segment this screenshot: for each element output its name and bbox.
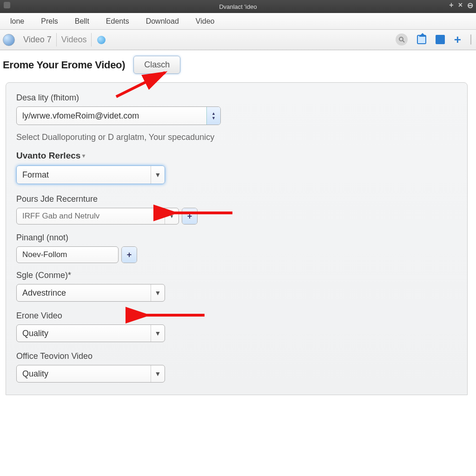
- recenture-label: Pours Jde Recernture: [16, 194, 457, 204]
- menu-video[interactable]: Video: [187, 14, 223, 28]
- plus-icon: +: [182, 208, 197, 224]
- chevron-down-icon: ▼: [151, 325, 165, 342]
- menu-edents[interactable]: Edents: [98, 14, 138, 28]
- page-title: Erome Your Erome Video): [3, 59, 125, 71]
- app-icon: [4, 2, 10, 8]
- chevron-down-icon: ▼: [151, 284, 165, 301]
- tab-video[interactable]: Video 7: [19, 33, 57, 46]
- sgle-value: Advestrince: [17, 284, 151, 301]
- pinang-value: Noev-Follom: [17, 247, 118, 263]
- format-select[interactable]: Format ▼: [16, 165, 165, 184]
- url-label: Desa lity (fhitom): [16, 93, 457, 103]
- erone-select[interactable]: Quality ▼: [16, 324, 165, 342]
- recenture-select[interactable]: IRFF Gab and Netrulv ▼: [16, 208, 179, 225]
- refresh-icon[interactable]: [97, 36, 106, 44]
- office-value: Quality: [17, 365, 151, 382]
- chevron-down-icon: ▼: [151, 365, 165, 382]
- window-close-icon[interactable]: ⊖: [467, 1, 473, 10]
- helper-text: Select Dualloporuting or D arglatm, Your…: [16, 132, 457, 142]
- chevron-down-icon: ▼: [165, 208, 178, 224]
- home-icon[interactable]: [417, 35, 426, 44]
- window-title: Dvanlact 'ideo: [219, 3, 257, 10]
- pinang-label: Pinangl (nnot): [16, 233, 457, 243]
- section-label: Uvanto Rerlecs ▾: [16, 151, 457, 161]
- office-select[interactable]: Quality ▼: [16, 365, 165, 383]
- menubar: lone Prels Bellt Edents Download Video: [0, 13, 476, 30]
- erone-value: Quality: [17, 325, 151, 342]
- menu-lone[interactable]: lone: [2, 14, 33, 28]
- chevron-down-icon: ▾: [82, 152, 85, 159]
- clasch-button[interactable]: Clasch: [133, 56, 180, 74]
- window-maximize-icon[interactable]: ×: [458, 1, 463, 10]
- settings-panel: Desa lity (fhitom) ly/wrwe.vfomeRoim@vid…: [6, 82, 468, 395]
- pinang-add-button[interactable]: +: [121, 246, 137, 263]
- search-icon[interactable]: [396, 33, 408, 46]
- chevron-down-icon: ▼: [151, 166, 165, 184]
- menu-download[interactable]: Download: [138, 14, 187, 28]
- url-input[interactable]: ly/wrwe.vfomeRoim@videt.com ▲▼: [16, 106, 221, 125]
- svg-line-1: [403, 40, 404, 42]
- recenture-add-button[interactable]: +: [182, 208, 198, 225]
- plus-icon: +: [122, 247, 137, 263]
- tabbar: Video 7 Videos +: [0, 30, 476, 50]
- divider: [470, 34, 471, 45]
- window-minimize-icon[interactable]: +: [449, 1, 453, 10]
- url-value: ly/wrwe.vfomeRoim@videt.com: [17, 107, 206, 125]
- window-titlebar: Dvanlact 'ideo + × ⊖: [0, 0, 476, 13]
- menu-prels[interactable]: Prels: [33, 14, 66, 28]
- recenture-value: IRFF Gab and Netrulv: [17, 208, 165, 224]
- panel-icon[interactable]: [436, 35, 445, 44]
- sgle-label: Sgle (Conme)*: [16, 271, 457, 280]
- office-label: Office Teovion Video: [16, 351, 457, 361]
- url-stepper-icon[interactable]: ▲▼: [206, 107, 220, 125]
- add-tab-icon[interactable]: +: [454, 35, 461, 44]
- globe-icon[interactable]: [3, 34, 15, 46]
- svg-point-0: [399, 37, 403, 41]
- format-value: Format: [17, 166, 151, 184]
- sgle-select[interactable]: Advestrince ▼: [16, 284, 165, 302]
- menu-bellt[interactable]: Bellt: [66, 14, 98, 28]
- tab-videos[interactable]: Videos: [57, 33, 92, 46]
- erone-label: Erone Video: [16, 311, 457, 321]
- pinang-select[interactable]: Noev-Follom: [16, 246, 119, 263]
